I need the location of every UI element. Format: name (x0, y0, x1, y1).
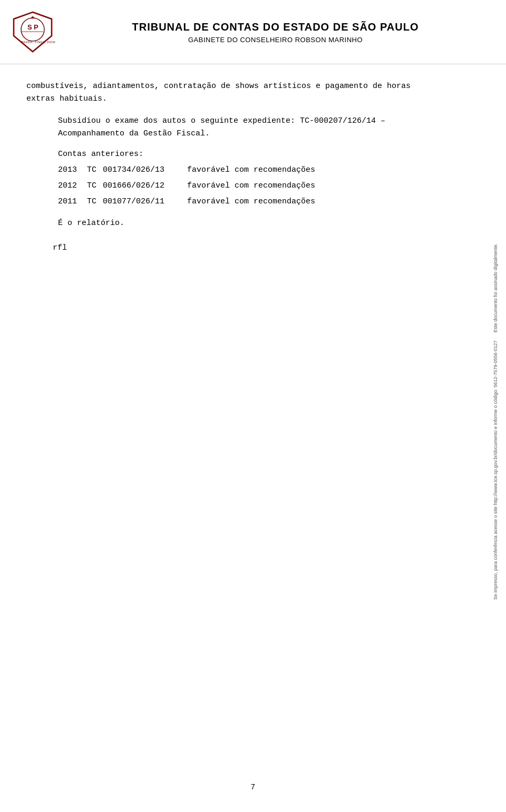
main-content: combustíveis, adiantamentos, contratação… (0, 64, 453, 273)
initials: rfl (26, 243, 427, 252)
account-number: 001077/026/11 (103, 195, 187, 208)
institution-logo: S P ★ BRASIL, FINES, PATRIE (11, 9, 55, 54)
accounts-title: Contas anteriores: (58, 150, 427, 159)
account-number: 001666/026/12 (103, 180, 187, 192)
accounts-section: Contas anteriores: 2013 TC 001734/026/13… (26, 150, 427, 208)
account-year: 2012 (58, 180, 87, 192)
account-rows: 2013 TC 001734/026/13 favorável com reco… (26, 164, 427, 208)
svg-text:P: P (34, 23, 38, 31)
svg-text:★: ★ (31, 15, 35, 20)
closing-text: É o relatório. (58, 219, 427, 228)
svg-text:S: S (27, 23, 32, 31)
header: S P ★ BRASIL, FINES, PATRIE TRIBUNAL DE … (0, 0, 506, 64)
account-tc: TC (87, 180, 103, 192)
account-tc: TC (87, 164, 103, 177)
page-number: 7 (251, 782, 255, 791)
account-result: favorável com recomendações (187, 164, 427, 177)
side-text: Se impresso, para conferência acesse o s… (490, 63, 501, 780)
page: S P ★ BRASIL, FINES, PATRIE TRIBUNAL DE … (0, 0, 506, 812)
account-tc: TC (87, 195, 103, 208)
header-subtitle: GABINETE DO CONSELHEIRO ROBSON MARINHO (66, 36, 485, 44)
account-number: 001734/026/13 (103, 164, 187, 177)
account-year: 2011 (58, 195, 87, 208)
header-title: TRIBUNAL DE CONTAS DO ESTADO DE SÃO PAUL… (66, 20, 485, 34)
paragraph-subsidiou: Subsidiou o exame dos autos o seguinte e… (58, 115, 427, 140)
svg-text:BRASIL, FINES, PATRIE: BRASIL, FINES, PATRIE (21, 41, 55, 44)
account-row: 2013 TC 001734/026/13 favorável com reco… (58, 164, 427, 177)
account-row: 2012 TC 001666/026/12 favorável com reco… (58, 180, 427, 192)
account-row: 2011 TC 001077/026/11 favorável com reco… (58, 195, 427, 208)
account-year: 2013 (58, 164, 87, 177)
paragraph-combustiveis: combustíveis, adiantamentos, contratação… (26, 80, 427, 105)
side-text-content: Se impresso, para conferência acesse o s… (492, 243, 499, 600)
svg-point-1 (21, 18, 44, 41)
account-result: favorável com recomendações (187, 180, 427, 192)
account-result: favorável com recomendações (187, 195, 427, 208)
header-text-block: TRIBUNAL DE CONTAS DO ESTADO DE SÃO PAUL… (66, 20, 485, 44)
